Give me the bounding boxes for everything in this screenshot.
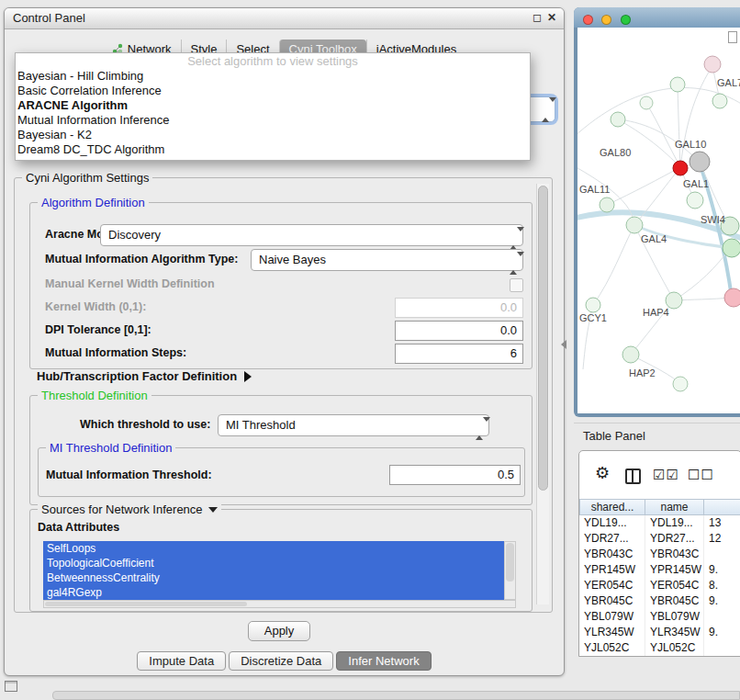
table-row[interactable]: YLR345WYLR345W9. [579,625,740,640]
close-icon[interactable]: ✕ [547,11,556,24]
bottom-tab-discretize-data[interactable]: Discretize Data [229,651,333,671]
table-cell: YBR043C [645,547,704,562]
network-node[interactable] [724,288,740,307]
table-row[interactable]: YDL19...YDL19...13 [579,515,740,531]
table-row[interactable]: YBR043CYBR043C [579,547,740,562]
algorithm-option-bayesian-hill-climbing[interactable]: Bayesian - Hill Climbing [16,69,530,84]
settings-vertical-scrollbar[interactable] [536,184,549,604]
table-row[interactable]: YER054CYER054C8. [579,578,740,593]
table-row[interactable]: YBL079WYBL079W [579,609,740,625]
network-node[interactable] [622,346,639,363]
network-node[interactable] [626,217,643,233]
network-node[interactable] [690,152,710,172]
attributes-vertical-scrollbar[interactable] [504,541,516,600]
algorithm-definition-group: Algorithm Definition Aracne Mode: Discov… [29,202,533,369]
sources-group-title[interactable]: Sources for Network Inference [38,502,221,516]
select-checks-icon[interactable]: ☑☑ [653,467,679,483]
table-row[interactable]: YBR045CYBR045C9. [579,593,740,609]
network-view-window[interactable]: GAL7GAL80GAL10GAL11GAL1SWI4GAL4GCY1HAP4H… [574,7,740,417]
sources-group: Sources for Network Inference Data Attri… [29,509,533,612]
table-cell: YJL052C [645,640,704,656]
network-window-titlebar[interactable] [574,7,740,28]
attribute-item-topologicalcoefficient[interactable]: TopologicalCoefficient [43,556,504,570]
deselect-checks-icon[interactable]: ☐☐ [688,467,714,483]
network-edge [618,119,680,167]
which-threshold-value: MI Threshold [226,418,296,432]
panel-splitter-arrow[interactable] [561,340,566,349]
node-label-hap4: HAP4 [643,307,669,318]
network-node[interactable] [611,112,625,127]
column-header-name[interactable]: name [645,499,704,515]
cyni-algorithm-settings-group: Cyni Algorithm Settings Algorithm Defini… [14,177,553,613]
data-attributes-label: Data Attributes [38,521,119,534]
control-panel-titlebar[interactable]: Control Panel ◻ ✕ [5,8,564,29]
table-row[interactable]: YDR27...YDR27...12 [579,531,740,547]
algorithm-option-aracne-algorithm[interactable]: ARACNE Algorithm [16,98,530,113]
which-threshold-select[interactable]: MI Threshold [218,414,489,436]
minimize-traffic-light-icon[interactable] [601,15,611,25]
node-label-gal7: GAL7 [717,77,740,88]
network-node[interactable] [673,161,688,175]
column-header-2[interactable] [704,499,740,515]
table-panel-title: Table Panel [583,429,645,443]
algorithm-option-basic-correlation-inference[interactable]: Basic Correlation Inference [16,84,530,98]
table-row[interactable]: YPR145WYPR145W9. [579,562,740,578]
close-traffic-light-icon[interactable] [583,15,593,25]
kernel-width-input: 0.0 [395,298,523,318]
column-header-shared-[interactable]: shared... [579,499,645,515]
attribute-item-gal4rgexp[interactable]: gal4RGexp [43,585,504,600]
gear-icon[interactable]: ⚙ [595,463,611,483]
network-node[interactable] [640,96,653,109]
mi-type-label: Mutual Information Algorithm Type: [45,253,238,265]
network-node[interactable] [704,56,721,73]
hub-definition-expander[interactable]: Hub/Transcription Factor Definition [37,369,252,383]
threshold-definition-group: Threshold Definition Which threshold to … [29,395,533,505]
network-node[interactable] [586,298,600,312]
panel-corner-icon[interactable] [5,681,17,692]
data-attributes-list[interactable]: SelfLoopsTopologicalCoefficientBetweenne… [43,541,516,600]
manual-kernel-checkbox [510,278,523,292]
kernel-width-label: Kernel Width (0,1): [45,300,146,313]
network-edge [607,167,680,205]
aracne-mode-select[interactable]: Discovery [100,224,523,246]
mi-steps-input[interactable]: 6 [395,344,523,364]
combo-stepper-icon [476,419,484,439]
horizontal-scrollbar[interactable] [52,691,740,700]
table-cell: YPR145W [579,562,645,578]
dpi-tolerance-label: DPI Tolerance [0,1]: [45,323,151,336]
float-window-icon[interactable]: ◻ [533,11,542,24]
algorithm-option-mutual-information-inference[interactable]: Mutual Information Inference [16,113,530,128]
algorithm-option-bayesian-k2[interactable]: Bayesian - K2 [16,128,530,142]
network-node[interactable] [670,77,685,92]
mi-threshold-label: Mutual Information Threshold: [46,469,212,481]
node-label-gcy1: GCY1 [579,312,607,323]
network-canvas[interactable]: GAL7GAL80GAL10GAL11GAL1SWI4GAL4GCY1HAP4H… [577,28,740,413]
network-edge [593,225,634,305]
apply-button[interactable]: Apply [248,621,310,641]
attribute-item-selfloops[interactable]: SelfLoops [43,541,504,556]
bottom-tab-infer-network[interactable]: Infer Network [336,651,431,671]
dpi-tolerance-input[interactable]: 0.0 [395,321,523,341]
mi-type-select[interactable]: Naive Bayes [251,249,523,271]
network-node[interactable] [712,94,727,108]
network-node[interactable] [723,239,740,257]
network-edge [674,248,730,300]
columns-icon[interactable] [625,469,641,484]
table-row[interactable]: YJL052CYJL052C [579,640,740,656]
attributes-horizontal-scrollbar[interactable] [43,600,516,608]
node-label-swi4: SWI4 [701,214,725,225]
table-cell: YER054C [645,578,704,593]
algorithm-option-dream8-dc-tdc-algorithm[interactable]: Dream8 DC_TDC Algorithm [16,142,530,157]
canvas-corner-box [728,31,737,43]
sources-title-text: Sources for Network Inference [41,502,203,516]
attribute-item-betweennesscentrality[interactable]: BetweennessCentrality [43,570,504,585]
network-node[interactable] [673,377,688,391]
table-cell: 8. [704,578,740,593]
table-cell: YER054C [579,578,645,593]
zoom-traffic-light-icon[interactable] [621,15,631,25]
mi-threshold-input[interactable]: 0.5 [389,465,521,485]
network-node[interactable] [600,198,614,212]
popup-item-list: Bayesian - Hill ClimbingBasic Correlatio… [16,69,530,157]
network-node[interactable] [687,192,703,209]
bottom-tab-impute-data[interactable]: Impute Data [137,651,226,671]
